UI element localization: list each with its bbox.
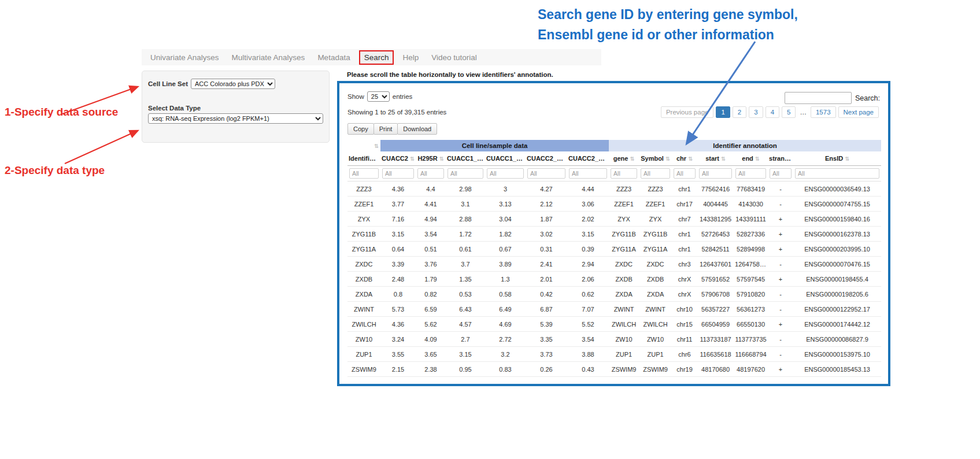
- table-cell: 6.43: [446, 302, 485, 317]
- column-header-cuacc2-f1[interactable]: CUACC2_F1⇅: [526, 151, 567, 166]
- table-row[interactable]: ZXDC3.393.763.73.892.412.94ZXDCZXDCchr31…: [347, 257, 881, 272]
- sort-icon: ⇅: [755, 156, 760, 162]
- filter-input-gene[interactable]: [611, 168, 637, 179]
- copy-button[interactable]: Copy: [347, 123, 374, 135]
- table-cell: 3.15: [380, 227, 416, 242]
- nav-item-help[interactable]: Help: [396, 53, 425, 62]
- table-cell: 2.98: [446, 182, 485, 197]
- search-hint-annotation: Search gene ID by entering gene symbol, …: [538, 5, 798, 45]
- column-header-identifier[interactable]: Identifier⇅: [347, 151, 380, 166]
- pagination-page-1573[interactable]: 1573: [811, 106, 836, 118]
- table-cell: ENSG00000159840.16: [793, 212, 881, 227]
- table-row[interactable]: ZXDB2.481.791.351.32.012.06ZXDBZXDBchrX5…: [347, 272, 881, 287]
- step1-annotation: 1-Specify data source: [5, 106, 118, 119]
- column-header-cuacc2-f2[interactable]: CUACC2_F2⇅: [567, 151, 609, 166]
- pagination-next[interactable]: Next page: [838, 106, 879, 118]
- table-row[interactable]: ZYX7.164.942.883.041.872.02ZYXZYXchr7143…: [347, 212, 881, 227]
- nav-item-univariate-analyses[interactable]: Univariate Analyses: [144, 53, 225, 62]
- nav-item-metadata[interactable]: Metadata: [311, 53, 356, 62]
- filter-input-symbol[interactable]: [641, 168, 670, 179]
- table-cell: -: [768, 257, 793, 272]
- table-row[interactable]: ZSWIM92.152.380.950.830.260.43ZSWIM9ZSWI…: [347, 362, 881, 377]
- download-button[interactable]: Download: [397, 123, 437, 135]
- table-cell: -: [768, 347, 793, 362]
- data-selection-panel: Cell Line Set ACC Colorado plus PDX Sele…: [142, 71, 330, 143]
- table-cell: 3.77: [380, 197, 416, 212]
- column-header-cuacc1-f2[interactable]: CUACC1_F2⇅: [485, 151, 526, 166]
- table-cell: 3.54: [416, 227, 446, 242]
- table-row[interactable]: ZYG11A0.640.510.610.670.310.39ZYG11AZYG1…: [347, 242, 881, 257]
- table-search-input[interactable]: [785, 92, 852, 104]
- filter-input-h295r[interactable]: [417, 168, 444, 179]
- filter-input-cuacc1-f1[interactable]: [448, 168, 483, 179]
- nav-item-video-tutorial[interactable]: Video tutorial: [425, 53, 483, 62]
- table-row[interactable]: ZWILCH4.365.624.574.695.395.52ZWILCHZWIL…: [347, 317, 881, 332]
- table-cell: ENSG00000198205.6: [793, 287, 881, 302]
- table-cell: 2.72: [485, 332, 526, 347]
- filter-input-cuacc2[interactable]: [382, 168, 414, 179]
- pagination-page-5[interactable]: 5: [782, 106, 796, 118]
- table-cell: ZWILCH: [639, 317, 672, 332]
- filter-input-start[interactable]: [699, 168, 732, 179]
- table-row[interactable]: ZUP13.553.653.153.23.733.88ZUP1ZUP1chr61…: [347, 347, 881, 362]
- table-cell: 2.88: [446, 212, 485, 227]
- column-header-end[interactable]: end⇅: [734, 151, 768, 166]
- table-cell: ZXDA: [639, 287, 672, 302]
- table-cell: ENSG00000162378.13: [793, 227, 881, 242]
- filter-input-chr[interactable]: [674, 168, 696, 179]
- nav-item-search[interactable]: Search: [359, 50, 394, 65]
- column-header-cuacc1-f1[interactable]: CUACC1_F1⇅: [446, 151, 485, 166]
- pagination-page-3[interactable]: 3: [749, 106, 763, 118]
- pagination-page-1[interactable]: 1: [716, 106, 730, 118]
- print-button[interactable]: Print: [373, 123, 398, 135]
- table-cell: ZZZ3: [609, 182, 639, 197]
- table-row[interactable]: ZWINT5.736.596.436.496.877.07ZWINTZWINTc…: [347, 302, 881, 317]
- table-row[interactable]: ZZEF13.774.413.13.132.123.06ZZEF1ZZEF1ch…: [347, 197, 881, 212]
- search-results-panel: Show 25 entries Search: Showing 1 to 25 …: [337, 81, 890, 386]
- pagination-previous[interactable]: Previous page: [661, 106, 714, 118]
- data-type-select[interactable]: xsq: RNA-seq Expression (log2 FPKM+1): [148, 113, 323, 124]
- filter-input-identifier[interactable]: [349, 168, 379, 179]
- table-row[interactable]: ZW103.244.092.72.723.353.54ZW10ZW10chr11…: [347, 332, 881, 347]
- table-cell: ZSWIM9: [347, 362, 380, 377]
- table-cell: 113773735: [734, 332, 768, 347]
- cell-line-set-select[interactable]: ACC Colorado plus PDX: [191, 79, 275, 89]
- column-header-row: Identifier⇅CUACC2⇅H295R⇅CUACC1_F1⇅CUACC1…: [347, 151, 881, 166]
- nav-item-multivariate-analyses[interactable]: Multivariate Analyses: [225, 53, 312, 62]
- table-cell: 0.67: [485, 242, 526, 257]
- column-label: CUACC1_F1: [447, 155, 485, 162]
- column-header-symbol[interactable]: Symbol⇅: [639, 151, 672, 166]
- table-cell: 48197620: [734, 362, 768, 377]
- column-label: end: [742, 155, 753, 162]
- column-header-chr[interactable]: chr⇅: [672, 151, 697, 166]
- column-header-ensid[interactable]: EnsID⇅: [793, 151, 881, 166]
- column-header-strand[interactable]: strand⇅: [768, 151, 793, 166]
- filter-input-cuacc2-f2[interactable]: [569, 168, 607, 179]
- table-cell: 3.02: [526, 227, 567, 242]
- table-cell: ZSWIM9: [609, 362, 639, 377]
- table-cell: 4.4: [416, 182, 446, 197]
- group-header-annotation: Identifier annotation: [609, 140, 881, 151]
- table-cell: 4.36: [380, 317, 416, 332]
- table-row[interactable]: ZZZ34.364.42.9834.274.44ZZZ3ZZZ3chr17756…: [347, 182, 881, 197]
- column-header-cuacc2[interactable]: CUACC2⇅: [380, 151, 416, 166]
- page-length-select[interactable]: 25: [367, 91, 390, 102]
- column-header-h295r[interactable]: H295R⇅: [416, 151, 446, 166]
- table-cell: ENSG00000185453.13: [793, 362, 881, 377]
- column-header-gene[interactable]: gene⇅: [609, 151, 639, 166]
- filter-input-cuacc1-f2[interactable]: [487, 168, 524, 179]
- filter-input-cuacc2-f1[interactable]: [527, 168, 565, 179]
- column-header-start[interactable]: start⇅: [697, 151, 734, 166]
- table-cell: ZW10: [347, 332, 380, 347]
- table-row[interactable]: ZYG11B3.153.541.721.823.023.15ZYG11BZYG1…: [347, 227, 881, 242]
- pagination-page-2[interactable]: 2: [733, 106, 746, 118]
- pagination-page-4[interactable]: 4: [765, 106, 779, 118]
- filter-input-end[interactable]: [735, 168, 766, 179]
- table-cell: 3.35: [526, 332, 567, 347]
- corner-sort-cell[interactable]: ⇅: [347, 140, 380, 151]
- filter-input-strand[interactable]: [770, 168, 792, 179]
- table-cell: ZZEF1: [347, 197, 380, 212]
- filter-input-ensid[interactable]: [795, 168, 879, 179]
- table-row[interactable]: ZXDA0.80.820.530.580.420.62ZXDAZXDAchrX5…: [347, 287, 881, 302]
- table-cell: 4143030: [734, 197, 768, 212]
